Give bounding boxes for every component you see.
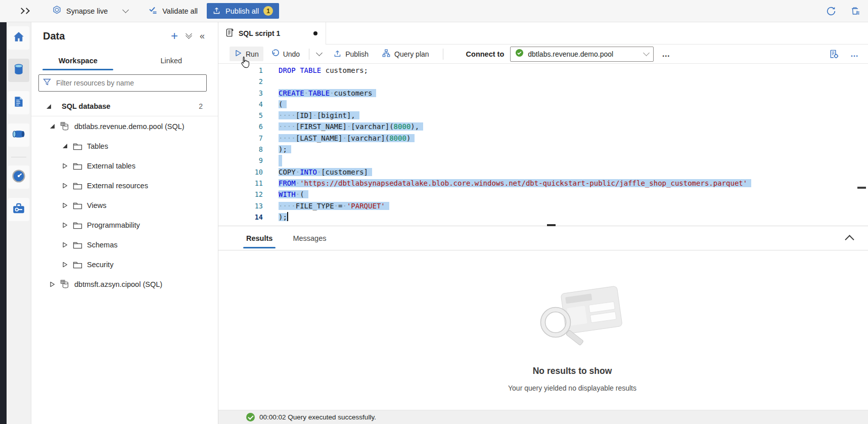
discard-trash-icon[interactable]: [850, 6, 861, 17]
sql-code-editor[interactable]: 1DROP TABLE customers;23CREATE·TABLE·cus…: [218, 64, 868, 226]
data-panel: Data + « Workspace Linked SQL database 2…: [31, 22, 218, 424]
code-line[interactable]: 11FROM·'https://dbtlabsynapsedatalake.bl…: [218, 178, 868, 189]
line-number: 11: [218, 178, 263, 189]
tab-linked[interactable]: Linked: [125, 50, 218, 72]
panel-splitter-handle[interactable]: [547, 224, 556, 226]
caret-collapsed-icon[interactable]: [62, 183, 68, 189]
tree-item-tables[interactable]: Tables: [31, 136, 218, 156]
tree-item-label: External resources: [87, 182, 148, 190]
tree-item-label: Programmability: [87, 221, 140, 229]
tree-item-security[interactable]: Security: [31, 255, 218, 274]
toolbar-more-button[interactable]: …: [662, 50, 670, 59]
code-line[interactable]: 14);: [218, 211, 868, 223]
code-line[interactable]: 5····[ID]·[bigint],: [218, 110, 868, 121]
validate-all-button[interactable]: Validate all: [148, 5, 198, 17]
tree-item-label: dbtmsft.azsyn.cipool (SQL): [74, 280, 162, 288]
caret-collapsed-icon[interactable]: [62, 163, 68, 169]
filter-input[interactable]: [55, 78, 202, 88]
code-line[interactable]: 8);: [218, 144, 868, 155]
publish-all-button[interactable]: Publish all 1: [207, 3, 279, 19]
expand-menu-icon[interactable]: [19, 9, 29, 13]
tree-item-external-tables[interactable]: External tables: [31, 156, 218, 176]
code-line[interactable]: 9: [218, 155, 868, 166]
tree-item-label: Schemas: [87, 241, 117, 249]
query-plan-button[interactable]: Query plan: [377, 46, 433, 62]
code-line[interactable]: 10COPY·INTO·[customers]: [218, 166, 868, 178]
caret-collapsed-icon[interactable]: [62, 262, 68, 268]
code-line[interactable]: 4(: [218, 99, 868, 110]
connected-check-icon: [515, 49, 524, 59]
caret-collapsed-icon[interactable]: [62, 242, 68, 248]
code-line[interactable]: 2: [218, 76, 868, 87]
tab-sql-script-1[interactable]: SQL script 1: [218, 22, 326, 45]
publish-count-badge: 1: [263, 6, 273, 16]
publish-icon: [212, 6, 221, 16]
code-line[interactable]: 3CREATE·TABLE·customers: [218, 88, 868, 99]
editor-scrollbar-thumb[interactable]: [857, 187, 866, 189]
no-results-illustration: [519, 283, 625, 352]
run-options-chevron-icon[interactable]: [314, 50, 325, 58]
editor-more-button[interactable]: …: [850, 50, 859, 59]
caret-collapsed-icon[interactable]: [49, 281, 55, 287]
line-number: 9: [218, 155, 263, 166]
caret-expanded-icon[interactable]: [49, 123, 55, 129]
caret-expanded-icon[interactable]: [62, 143, 68, 149]
collapse-all-icon[interactable]: [187, 34, 191, 38]
line-number: 2: [218, 76, 263, 87]
rail-item-develop[interactable]: [8, 91, 29, 114]
tree-item-dbtlabs-revenue-demo-pool-sql[interactable]: dbtlabs.revenue.demo.pool (SQL): [31, 116, 218, 136]
code-line[interactable]: 1DROP TABLE customers;: [218, 65, 868, 76]
tab-results[interactable]: Results: [245, 226, 273, 250]
line-number: 1: [218, 65, 263, 76]
collapse-results-chevron-icon[interactable]: [845, 235, 854, 244]
rail-item-manage[interactable]: [8, 198, 29, 221]
tree-item-dbtmsft-azsyn-cipool-sql[interactable]: dbtmsft.azsyn.cipool (SQL): [31, 274, 218, 294]
editor-toolbar: Run Undo Publish Query plan Connect to: [218, 45, 868, 64]
code-line[interactable]: 13····FILE_TYPE·=·'PARQUET': [218, 200, 868, 211]
tree-item-views[interactable]: Views: [31, 195, 218, 215]
tree-section-sql-database[interactable]: SQL database 2: [31, 97, 218, 116]
line-number: 12: [218, 189, 263, 200]
chevron-down-icon[interactable]: [122, 7, 129, 13]
folder-icon: [73, 260, 82, 269]
rail-item-data[interactable]: [8, 59, 29, 82]
run-button[interactable]: Run: [230, 47, 263, 61]
section-label: SQL database: [62, 102, 110, 110]
code-line[interactable]: 12WITH·(: [218, 189, 868, 200]
caret-collapsed-icon[interactable]: [62, 222, 68, 228]
publish-button[interactable]: Publish: [329, 47, 373, 62]
code-line[interactable]: 6····[FIRST_NAME]·[varchar](8000),: [218, 121, 868, 132]
code-line[interactable]: 7····[LAST_NAME]·[varchar](8000): [218, 133, 868, 144]
line-number: 5: [218, 110, 263, 121]
rail-item-home[interactable]: [8, 26, 29, 50]
caret-collapsed-icon[interactable]: [62, 202, 68, 208]
tree-item-programmability[interactable]: Programmability: [31, 215, 218, 235]
empty-state-subtitle: Your query yielded no displayable result…: [508, 384, 636, 392]
connect-to-dropdown[interactable]: dbtlabs.revenue.demo.pool: [510, 47, 654, 62]
tree-item-schemas[interactable]: Schemas: [31, 235, 218, 255]
script-properties-icon[interactable]: [829, 49, 839, 59]
add-resource-icon[interactable]: +: [171, 31, 178, 41]
tree-item-external-resources[interactable]: External resources: [31, 176, 218, 195]
collapse-panel-icon[interactable]: «: [200, 31, 205, 40]
sql-pool-icon: [60, 122, 70, 131]
tab-workspace[interactable]: Workspace: [31, 50, 125, 72]
manage-icon: [12, 202, 26, 217]
page-title: Data: [43, 30, 65, 42]
synapse-live-selector[interactable]: Synapse live: [52, 5, 128, 17]
undo-button[interactable]: Undo: [266, 47, 304, 62]
caret-expanded-icon[interactable]: [45, 104, 52, 109]
folder-icon: [73, 240, 82, 249]
develop-icon: [12, 95, 25, 110]
line-number: 10: [218, 166, 263, 178]
editor-tab-label: SQL script 1: [239, 29, 280, 37]
integrate-icon: [12, 128, 26, 143]
unsaved-dot-icon: [313, 31, 317, 35]
text-cursor: [287, 212, 288, 221]
refresh-icon[interactable]: [826, 6, 837, 17]
tab-messages[interactable]: Messages: [292, 226, 327, 250]
rail-item-monitor[interactable]: [8, 165, 29, 189]
home-icon: [12, 30, 25, 46]
rail-item-integrate[interactable]: [8, 123, 29, 147]
validate-all-label: Validate all: [162, 7, 198, 15]
